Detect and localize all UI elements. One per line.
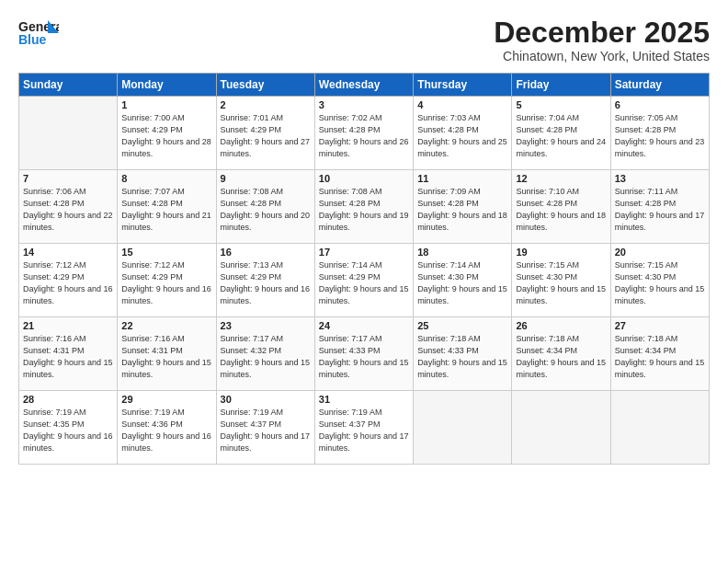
- calendar-day: 22 Sunrise: 7:16 AMSunset: 4:31 PMDaylig…: [118, 317, 216, 391]
- day-number: 23: [221, 320, 311, 331]
- calendar-day: 28 Sunrise: 7:19 AMSunset: 4:35 PMDaylig…: [19, 391, 118, 465]
- calendar-day: 19 Sunrise: 7:15 AMSunset: 4:30 PMDaylig…: [512, 244, 610, 317]
- day-number: 14: [23, 247, 113, 258]
- calendar-day: 24 Sunrise: 7:17 AMSunset: 4:33 PMDaylig…: [314, 317, 413, 391]
- calendar-day: 30 Sunrise: 7:19 AMSunset: 4:37 PMDaylig…: [216, 391, 314, 465]
- day-number: 19: [516, 247, 606, 258]
- day-info: Sunrise: 7:02 AMSunset: 4:28 PMDaylight:…: [319, 112, 409, 160]
- day-number: 10: [319, 173, 409, 184]
- day-number: 1: [121, 99, 211, 110]
- calendar-table: Sunday Monday Tuesday Wednesday Thursday…: [18, 73, 710, 465]
- calendar-day: 31 Sunrise: 7:19 AMSunset: 4:37 PMDaylig…: [314, 391, 413, 465]
- day-number: 17: [319, 247, 409, 258]
- col-thursday: Thursday: [414, 74, 512, 97]
- day-info: Sunrise: 7:06 AMSunset: 4:28 PMDaylight:…: [23, 186, 113, 234]
- day-info: Sunrise: 7:13 AMSunset: 4:29 PMDaylight:…: [221, 259, 311, 307]
- calendar-day: 16 Sunrise: 7:13 AMSunset: 4:29 PMDaylig…: [216, 244, 314, 317]
- day-number: 16: [221, 247, 311, 258]
- day-info: Sunrise: 7:14 AMSunset: 4:29 PMDaylight:…: [319, 259, 409, 307]
- day-info: Sunrise: 7:03 AMSunset: 4:28 PMDaylight:…: [417, 112, 507, 160]
- calendar-day: 20 Sunrise: 7:15 AMSunset: 4:30 PMDaylig…: [610, 244, 709, 317]
- day-number: 3: [319, 99, 409, 110]
- calendar-day: 18 Sunrise: 7:14 AMSunset: 4:30 PMDaylig…: [414, 244, 512, 317]
- calendar-day: 15 Sunrise: 7:12 AMSunset: 4:29 PMDaylig…: [118, 244, 216, 317]
- calendar-day: [512, 391, 610, 465]
- day-info: Sunrise: 7:19 AMSunset: 4:37 PMDaylight:…: [221, 407, 311, 454]
- day-number: 12: [516, 173, 606, 184]
- day-info: Sunrise: 7:12 AMSunset: 4:29 PMDaylight:…: [23, 259, 113, 307]
- day-info: Sunrise: 7:17 AMSunset: 4:33 PMDaylight:…: [319, 333, 409, 381]
- day-info: Sunrise: 7:19 AMSunset: 4:35 PMDaylight:…: [23, 407, 113, 454]
- day-number: 6: [615, 99, 705, 110]
- calendar-week-1: 1 Sunrise: 7:00 AMSunset: 4:29 PMDayligh…: [19, 97, 710, 170]
- calendar-day: [610, 391, 709, 465]
- day-number: 2: [221, 99, 311, 110]
- day-info: Sunrise: 7:10 AMSunset: 4:28 PMDaylight:…: [516, 186, 606, 234]
- day-number: 11: [417, 173, 507, 184]
- page-subtitle: Chinatown, New York, United States: [494, 49, 710, 63]
- day-number: 9: [221, 173, 311, 184]
- day-number: 29: [121, 394, 211, 405]
- day-number: 8: [121, 173, 211, 184]
- day-info: Sunrise: 7:00 AMSunset: 4:29 PMDaylight:…: [121, 112, 211, 160]
- calendar-header-row: Sunday Monday Tuesday Wednesday Thursday…: [19, 74, 710, 97]
- calendar-day: 23 Sunrise: 7:17 AMSunset: 4:32 PMDaylig…: [216, 317, 314, 391]
- day-number: 5: [516, 99, 606, 110]
- day-info: Sunrise: 7:16 AMSunset: 4:31 PMDaylight:…: [121, 333, 211, 381]
- col-saturday: Saturday: [610, 74, 709, 97]
- day-number: 28: [23, 394, 113, 405]
- calendar-day: 3 Sunrise: 7:02 AMSunset: 4:28 PMDayligh…: [314, 97, 413, 170]
- calendar-day: 21 Sunrise: 7:16 AMSunset: 4:31 PMDaylig…: [19, 317, 118, 391]
- page: General Blue December 2025 Chinatown, Ne…: [0, 0, 728, 563]
- day-info: Sunrise: 7:01 AMSunset: 4:29 PMDaylight:…: [221, 112, 311, 160]
- day-info: Sunrise: 7:14 AMSunset: 4:30 PMDaylight:…: [417, 259, 507, 307]
- day-number: 4: [417, 99, 507, 110]
- calendar-week-5: 28 Sunrise: 7:19 AMSunset: 4:35 PMDaylig…: [19, 391, 710, 465]
- calendar-day: 12 Sunrise: 7:10 AMSunset: 4:28 PMDaylig…: [512, 170, 610, 244]
- calendar-day: 29 Sunrise: 7:19 AMSunset: 4:36 PMDaylig…: [118, 391, 216, 465]
- day-info: Sunrise: 7:15 AMSunset: 4:30 PMDaylight:…: [516, 259, 606, 307]
- calendar-day: 25 Sunrise: 7:18 AMSunset: 4:33 PMDaylig…: [414, 317, 512, 391]
- calendar-week-4: 21 Sunrise: 7:16 AMSunset: 4:31 PMDaylig…: [19, 317, 710, 391]
- header: General Blue December 2025 Chinatown, Ne…: [18, 17, 710, 63]
- day-number: 31: [319, 394, 409, 405]
- day-number: 7: [23, 173, 113, 184]
- page-title: December 2025: [494, 17, 710, 49]
- title-block: December 2025 Chinatown, New York, Unite…: [494, 17, 710, 63]
- col-monday: Monday: [118, 74, 216, 97]
- logo-icon: General Blue: [18, 17, 59, 50]
- calendar-day: 5 Sunrise: 7:04 AMSunset: 4:28 PMDayligh…: [512, 97, 610, 170]
- day-info: Sunrise: 7:11 AMSunset: 4:28 PMDaylight:…: [615, 186, 705, 234]
- calendar-day: 10 Sunrise: 7:08 AMSunset: 4:28 PMDaylig…: [314, 170, 413, 244]
- day-number: 18: [417, 247, 507, 258]
- calendar-day: 1 Sunrise: 7:00 AMSunset: 4:29 PMDayligh…: [118, 97, 216, 170]
- calendar-day: 9 Sunrise: 7:08 AMSunset: 4:28 PMDayligh…: [216, 170, 314, 244]
- day-info: Sunrise: 7:09 AMSunset: 4:28 PMDaylight:…: [417, 186, 507, 234]
- col-sunday: Sunday: [19, 74, 118, 97]
- day-info: Sunrise: 7:12 AMSunset: 4:29 PMDaylight:…: [121, 259, 211, 307]
- calendar-day: 11 Sunrise: 7:09 AMSunset: 4:28 PMDaylig…: [414, 170, 512, 244]
- calendar-week-3: 14 Sunrise: 7:12 AMSunset: 4:29 PMDaylig…: [19, 244, 710, 317]
- day-number: 13: [615, 173, 705, 184]
- calendar-day: 8 Sunrise: 7:07 AMSunset: 4:28 PMDayligh…: [118, 170, 216, 244]
- calendar-day: 7 Sunrise: 7:06 AMSunset: 4:28 PMDayligh…: [19, 170, 118, 244]
- day-info: Sunrise: 7:08 AMSunset: 4:28 PMDaylight:…: [221, 186, 311, 234]
- day-info: Sunrise: 7:19 AMSunset: 4:36 PMDaylight:…: [121, 407, 211, 454]
- calendar-day: 14 Sunrise: 7:12 AMSunset: 4:29 PMDaylig…: [19, 244, 118, 317]
- day-number: 30: [221, 394, 311, 405]
- logo: General Blue: [18, 17, 59, 50]
- col-tuesday: Tuesday: [216, 74, 314, 97]
- calendar-day: 4 Sunrise: 7:03 AMSunset: 4:28 PMDayligh…: [414, 97, 512, 170]
- day-number: 22: [121, 320, 211, 331]
- calendar-day: 27 Sunrise: 7:18 AMSunset: 4:34 PMDaylig…: [610, 317, 709, 391]
- day-info: Sunrise: 7:19 AMSunset: 4:37 PMDaylight:…: [319, 407, 409, 454]
- day-number: 15: [121, 247, 211, 258]
- day-info: Sunrise: 7:18 AMSunset: 4:34 PMDaylight:…: [516, 333, 606, 381]
- col-wednesday: Wednesday: [314, 74, 413, 97]
- calendar-day: 17 Sunrise: 7:14 AMSunset: 4:29 PMDaylig…: [314, 244, 413, 317]
- day-number: 26: [516, 320, 606, 331]
- day-number: 27: [615, 320, 705, 331]
- svg-text:Blue: Blue: [18, 32, 47, 47]
- day-number: 24: [319, 320, 409, 331]
- calendar-week-2: 7 Sunrise: 7:06 AMSunset: 4:28 PMDayligh…: [19, 170, 710, 244]
